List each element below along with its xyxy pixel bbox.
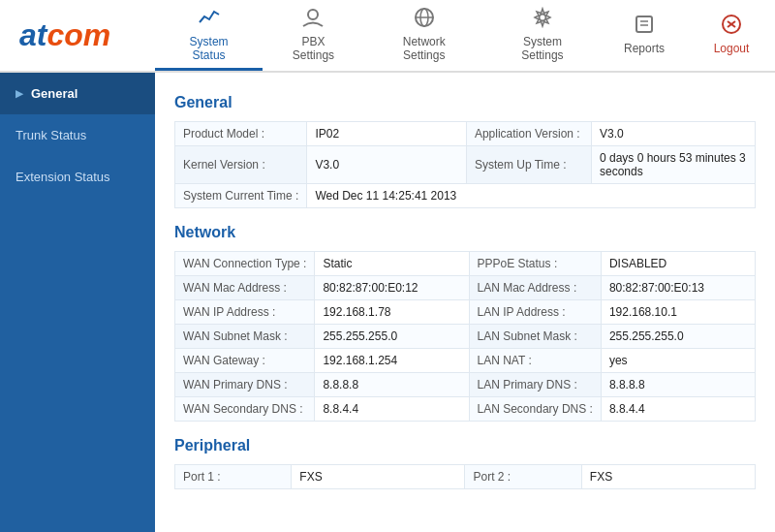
kernel-version-value: V3.0: [307, 146, 467, 184]
content-area: General Product Model : IP02 Application…: [155, 73, 775, 532]
lan-ip-label: LAN IP Address :: [469, 300, 601, 325]
current-time-value: Wed Dec 11 14:25:41 2013: [307, 184, 756, 208]
table-row: Port 1 : FXS Port 2 : FXS: [175, 465, 756, 489]
lan-subnet-value: 255.255.255.0: [601, 325, 755, 349]
wan-subnet-label: WAN Subnet Mask :: [175, 325, 315, 349]
wan-gateway-value: 192.168.1.254: [315, 349, 469, 373]
general-table: Product Model : IP02 Application Version…: [174, 121, 756, 208]
wan-mac-label: WAN Mac Address :: [175, 276, 315, 300]
pbx-settings-icon: [301, 7, 325, 31]
main-layout: ▶ General Trunk Status Extension Status …: [0, 73, 775, 532]
lan-nat-label: LAN NAT :: [469, 349, 601, 373]
table-row: WAN Connection Type : Static PPPoE Statu…: [175, 252, 756, 276]
network-table: WAN Connection Type : Static PPPoE Statu…: [174, 251, 756, 422]
peripheral-table: Port 1 : FXS Port 2 : FXS: [174, 464, 756, 489]
svg-rect-5: [636, 16, 652, 32]
general-section-title: General: [174, 94, 756, 111]
network-section-title: Network: [174, 224, 756, 241]
lan-nat-value: yes: [601, 349, 755, 373]
lan-primary-dns-label: LAN Primary DNS :: [469, 373, 601, 397]
table-row: WAN Secondary DNS : 8.8.4.4 LAN Secondar…: [175, 397, 756, 422]
uptime-label: System Up Time :: [466, 146, 591, 184]
product-model-value: IP02: [307, 122, 467, 146]
lan-primary-dns-value: 8.8.8.8: [601, 373, 755, 397]
table-row: Kernel Version : V3.0 System Up Time : 0…: [175, 146, 756, 184]
sidebar: ▶ General Trunk Status Extension Status: [0, 73, 155, 532]
lan-secondary-dns-label: LAN Secondary DNS :: [469, 397, 601, 422]
svg-point-4: [539, 14, 545, 20]
nav-item-network-settings[interactable]: Network Settings: [364, 0, 484, 71]
app-version-value: V3.0: [591, 122, 755, 146]
kernel-version-label: Kernel Version :: [175, 146, 307, 184]
chevron-right-icon: ▶: [16, 88, 23, 99]
nav-item-system-settings[interactable]: System Settings: [484, 0, 601, 71]
uptime-value: 0 days 0 hours 53 minutes 3 seconds: [591, 146, 755, 184]
sidebar-item-general[interactable]: ▶ General: [0, 73, 155, 114]
logout-icon: [720, 14, 743, 38]
peripheral-section-title: Peripheral: [174, 437, 756, 454]
table-row: System Current Time : Wed Dec 11 14:25:4…: [175, 184, 756, 208]
wan-secondary-dns-value: 8.8.4.4: [315, 397, 469, 422]
svg-point-0: [308, 10, 318, 19]
nav-item-logout[interactable]: Logout: [688, 0, 775, 71]
wan-secondary-dns-label: WAN Secondary DNS :: [175, 397, 315, 422]
lan-mac-value: 80:82:87:00:E0:13: [601, 276, 755, 300]
table-row: WAN Gateway : 192.168.1.254 LAN NAT : ye…: [175, 349, 756, 373]
lan-mac-label: LAN Mac Address :: [469, 276, 601, 300]
system-settings-icon: [531, 7, 554, 31]
lan-subnet-label: LAN Subnet Mask :: [469, 325, 601, 349]
pppoe-status-label: PPPoE Status :: [469, 252, 601, 276]
header: atcom System Status PBX Settings Network…: [0, 0, 775, 73]
nav-item-system-status[interactable]: System Status: [155, 0, 263, 71]
wan-ip-value: 192.168.1.78: [315, 300, 469, 325]
table-row: Product Model : IP02 Application Version…: [175, 122, 756, 146]
logo-area: atcom: [0, 0, 155, 71]
table-row: WAN IP Address : 192.168.1.78 LAN IP Add…: [175, 300, 756, 325]
sidebar-item-extension-status[interactable]: Extension Status: [0, 156, 155, 198]
port2-label: Port 2 :: [465, 465, 581, 489]
reports-icon: [633, 14, 656, 38]
product-model-label: Product Model :: [175, 122, 307, 146]
wan-primary-dns-value: 8.8.8.8: [315, 373, 469, 397]
table-row: WAN Mac Address : 80:82:87:00:E0:12 LAN …: [175, 276, 756, 300]
wan-conn-type-value: Static: [315, 252, 469, 276]
network-settings-icon: [413, 7, 436, 31]
main-nav: System Status PBX Settings Network Setti…: [155, 0, 775, 71]
wan-gateway-label: WAN Gateway :: [175, 349, 315, 373]
app-version-label: Application Version :: [466, 122, 591, 146]
table-row: WAN Subnet Mask : 255.255.255.0 LAN Subn…: [175, 325, 756, 349]
port1-value: FXS: [292, 465, 465, 489]
wan-subnet-value: 255.255.255.0: [315, 325, 469, 349]
lan-ip-value: 192.168.10.1: [601, 300, 755, 325]
current-time-label: System Current Time :: [175, 184, 307, 208]
table-row: WAN Primary DNS : 8.8.8.8 LAN Primary DN…: [175, 373, 756, 397]
pppoe-status-value: DISABLED: [601, 252, 755, 276]
wan-primary-dns-label: WAN Primary DNS :: [175, 373, 315, 397]
logo: atcom: [19, 17, 110, 53]
wan-ip-label: WAN IP Address :: [175, 300, 315, 325]
lan-secondary-dns-value: 8.8.4.4: [601, 397, 755, 422]
nav-item-pbx-settings[interactable]: PBX Settings: [263, 0, 364, 71]
nav-item-reports[interactable]: Reports: [601, 0, 688, 71]
port1-label: Port 1 :: [175, 465, 292, 489]
wan-mac-value: 80:82:87:00:E0:12: [315, 276, 469, 300]
port2-value: FXS: [581, 465, 755, 489]
system-status-icon: [198, 7, 221, 31]
sidebar-item-trunk-status[interactable]: Trunk Status: [0, 114, 155, 156]
wan-conn-type-label: WAN Connection Type :: [175, 252, 315, 276]
